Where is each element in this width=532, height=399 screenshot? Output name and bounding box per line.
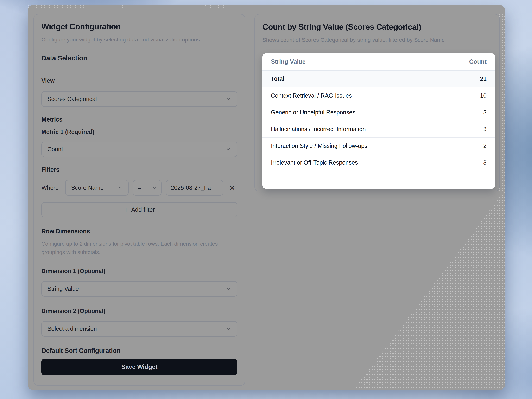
- metric1-select-value: Count: [47, 146, 63, 153]
- row-dimensions-help: Configure up to 2 dimensions for pivot t…: [41, 240, 225, 257]
- row-count: 2: [483, 142, 487, 149]
- add-filter-button[interactable]: + Add filter: [41, 202, 237, 217]
- pivot-table-card: String Value Count Total 21 Context Retr…: [262, 53, 495, 189]
- filter-value-input[interactable]: 2025-08-27_Fa: [166, 180, 223, 196]
- filter-row: Where Score Name = 2025-08-27_Fa ✕: [41, 180, 237, 196]
- filters-heading: Filters: [41, 166, 237, 173]
- metric1-label: Metric 1 (Required): [41, 129, 237, 135]
- save-widget-button[interactable]: Save Widget: [41, 359, 237, 375]
- dimension1-select[interactable]: String Value: [41, 281, 237, 297]
- row-label: Irrelevant or Off-Topic Responses: [271, 159, 358, 166]
- widget-preview-panel: Count by String Value (Scores Categorica…: [254, 14, 500, 191]
- screen: Widget Configuration Configure your widg…: [0, 0, 532, 399]
- dimension2-label: Dimension 2 (Optional): [41, 308, 237, 315]
- row-label: Interaction Style / Missing Follow-ups: [271, 142, 367, 149]
- chevron-down-icon: [118, 185, 123, 190]
- add-filter-label: Add filter: [131, 206, 155, 213]
- total-label: Total: [271, 75, 284, 82]
- close-icon: ✕: [229, 184, 235, 192]
- column-header-count: Count: [469, 58, 487, 65]
- dimension2-select-value: Select a dimension: [47, 325, 97, 332]
- row-count: 3: [483, 109, 487, 116]
- dot-texture: [118, 5, 130, 10]
- filter-column-select[interactable]: Score Name: [65, 180, 129, 196]
- preview-subtitle: Shows count of Scores Categorical by str…: [262, 36, 493, 44]
- view-select-value: Scores Categorical: [47, 96, 97, 103]
- widget-builder-dialog: Widget Configuration Configure your widg…: [28, 5, 505, 390]
- total-count: 21: [480, 75, 487, 82]
- row-count: 3: [483, 126, 487, 133]
- dot-texture: [28, 5, 86, 10]
- filter-column-value: Score Name: [71, 184, 104, 191]
- page-subtitle: Configure your widget by selecting data …: [41, 35, 217, 44]
- remove-filter-button[interactable]: ✕: [227, 183, 237, 193]
- filter-where-label: Where: [41, 184, 65, 191]
- row-count: 10: [480, 92, 487, 99]
- row-label: Generic or Unhelpful Responses: [271, 109, 355, 116]
- filter-operator-value: =: [138, 184, 141, 191]
- table-row: Interaction Style / Missing Follow-ups 2: [262, 137, 495, 154]
- row-dimensions-heading: Row Dimensions: [41, 228, 237, 235]
- preview-title: Count by String Value (Scores Categorica…: [262, 23, 495, 32]
- table-header-row: String Value Count: [262, 53, 495, 70]
- row-label: Context Retrieval / RAG Issues: [271, 92, 352, 99]
- sort-configuration-heading: Default Sort Configuration: [41, 347, 237, 354]
- table-total-row: Total 21: [262, 70, 495, 87]
- chevron-down-icon: [225, 96, 231, 102]
- dimension1-select-value: String Value: [47, 285, 79, 292]
- metrics-heading: Metrics: [41, 116, 237, 123]
- column-header-string-value: String Value: [271, 58, 306, 65]
- table-row: Irrelevant or Off-Topic Responses 3: [262, 154, 495, 171]
- data-selection-heading: Data Selection: [41, 54, 237, 62]
- chevron-down-icon: [225, 146, 231, 152]
- dimension1-label: Dimension 1 (Optional): [41, 268, 237, 275]
- dimension2-select[interactable]: Select a dimension: [41, 321, 237, 337]
- row-count: 3: [483, 159, 487, 166]
- chevron-down-icon: [152, 185, 157, 190]
- view-label: View: [41, 77, 237, 84]
- view-select[interactable]: Scores Categorical: [41, 91, 237, 107]
- filter-value-text: 2025-08-27_Fa: [171, 184, 211, 191]
- dot-texture: [205, 5, 229, 10]
- page-title: Widget Configuration: [41, 22, 237, 31]
- row-label: Hallucinations / Incorrect Information: [271, 126, 366, 133]
- filter-operator-select[interactable]: =: [133, 180, 162, 196]
- table-row: Context Retrieval / RAG Issues 10: [262, 87, 495, 104]
- metric1-select[interactable]: Count: [41, 142, 237, 157]
- table-row: Generic or Unhelpful Responses 3: [262, 104, 495, 121]
- table-row: Hallucinations / Incorrect Information 3: [262, 121, 495, 137]
- chevron-down-icon: [225, 286, 231, 292]
- chevron-down-icon: [225, 326, 231, 332]
- widget-configuration-panel: Widget Configuration Configure your widg…: [33, 14, 245, 386]
